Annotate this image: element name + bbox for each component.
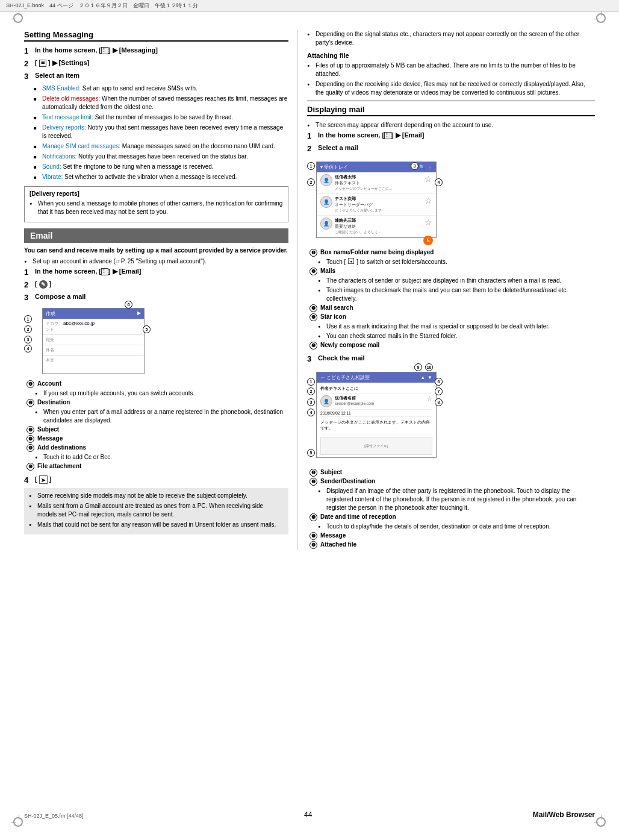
- ann-mails-title: Mails: [320, 268, 335, 274]
- mail-detail-wrapper: ← こども子さん相談室 ▲ ▼ 件名テキストここに 👤: [313, 369, 437, 460]
- mail-detail-up-icon: ▲: [420, 375, 425, 380]
- top-note-1: Depending on the signal status etc., cha…: [307, 30, 595, 47]
- settings-bullet-list: SMS Enabled: Set an app to send and rece…: [34, 84, 288, 181]
- display-step-3-text: Check the mail: [318, 354, 365, 362]
- mail-list-folder: ▾ 受信トレイ: [320, 164, 348, 171]
- compose-account-row: アカウント abc@xxx.co.jp: [43, 319, 144, 335]
- bullet-vibrate: Vibrate: Set whether to activate the vib…: [34, 173, 288, 181]
- display-step-2-text: Select a mail: [318, 144, 358, 151]
- mail-avatar-1: 👤: [320, 174, 332, 186]
- star-icon-1[interactable]: ☆: [425, 174, 432, 184]
- step-1-text: In the home screen, [⋮⋮] ▶ [Messaging]: [35, 46, 158, 54]
- mail-attachment-box: [添付ファイル]: [320, 437, 432, 455]
- detail-callout-3: 3: [307, 398, 315, 406]
- annotation-destination-detail: When you enter part of a mail address or…: [35, 408, 288, 425]
- ann-mails-item-1: The characters of sender or subject are …: [318, 277, 595, 285]
- annotation-add-dest-item: Touch it to add Cc or Bcc.: [35, 453, 288, 462]
- compose-header-title: 作成: [46, 310, 55, 317]
- attaching-file-section: Attaching file Files of up to approximat…: [307, 52, 595, 97]
- compose-subject-label: 件名: [46, 347, 61, 353]
- mail-subject-row: 件名テキストここに: [320, 385, 432, 393]
- compose-subject-row: 件名: [43, 345, 144, 356]
- mail-list-item-2[interactable]: 👤 テスト次郎 オートリーダーバグ どうぞよろしくお願いします ☆: [317, 194, 436, 216]
- page: SH-02J_E.book 44 ページ ２０１６年９月２日 金曜日 午後１２時…: [0, 0, 619, 840]
- step-3-number: 3: [24, 72, 33, 81]
- ann-mail-search: ❸ Mail search: [310, 304, 595, 312]
- ann-mails: ❷ Mails: [310, 268, 595, 275]
- callout-2: 2: [24, 325, 32, 333]
- star-icon-2[interactable]: ☆: [425, 196, 432, 205]
- step-2-text: [ ☰ ] ▶ [Settings]: [35, 59, 89, 67]
- mail-detail-sender-name: 送信者名前: [335, 395, 374, 401]
- top-bar: SH-02J_E.book 44 ページ ２０１６年９月２日 金曜日 午後１２時…: [0, 0, 619, 12]
- step-2: 2 [ ☰ ] ▶ [Settings]: [24, 59, 288, 68]
- email-intro: You can send and receive mails by settin…: [24, 246, 288, 255]
- ann-star-icon-item-2: You can check starred mails in the Starr…: [318, 332, 595, 340]
- email-step-4-text: [ ➤ ]: [35, 475, 51, 484]
- annotation-account-title: Account: [37, 380, 61, 387]
- email-section-header: Email: [24, 228, 288, 243]
- email-setup-item: Set up an account in advance (☞P. 25 "Se…: [24, 257, 288, 266]
- compose-header: 作成 ▶: [43, 309, 144, 319]
- detail-ann-badge-2: ❷: [310, 478, 317, 486]
- note-1: Some receiving side models may not be ab…: [29, 492, 284, 500]
- mail-detail-body: 件名テキストここに 👤 送信者名前 sender@example.com ☆: [317, 383, 436, 457]
- mail-content-3: 連絡先三郎 重要な連絡 ご確認ください。よろしく...: [335, 218, 422, 235]
- ann-badge-5: ❺: [310, 342, 317, 349]
- bullet-text-label: Text message limit:: [42, 114, 93, 121]
- corner-decoration-tl: [13, 13, 23, 23]
- annotation-add-dest-detail: Touch it to add Cc or Bcc.: [35, 453, 288, 462]
- detail-ann-badge-1: ❶: [310, 469, 317, 477]
- left-column: Setting Messaging 1 In the home screen, …: [24, 30, 298, 550]
- star-icon-3[interactable]: ☆: [425, 218, 432, 227]
- ann-star-icon-title: Star icon: [320, 313, 346, 320]
- detail-ann-sender-detail: Displayed if an image of the other party…: [318, 487, 595, 512]
- annotation-message-title: Message: [37, 435, 63, 442]
- delivery-reports-list: When you send a message to mobile phones…: [30, 199, 283, 216]
- mail-list-screen: ▾ 受信トレイ 🔍 ⋮ 👤 送信者太郎 件名テキスト メッセージのプレビューがこ…: [316, 161, 437, 238]
- note-3: Mails that could not be sent for any rea…: [29, 521, 284, 529]
- mail-subject-1: 件名テキスト: [335, 180, 422, 186]
- annotation-file-attach: ❻ File attachment: [26, 463, 288, 471]
- ann-box-name-detail: Touch [ ◂ ] to switch or set folders/acc…: [318, 258, 595, 266]
- bullet-delete-label: Delete old messages:: [42, 95, 100, 102]
- email-step-3: 3 Compose a mail: [24, 293, 288, 302]
- divider-1: [307, 101, 595, 101]
- mail-list-item-1[interactable]: 👤 送信者太郎 件名テキスト メッセージのプレビューがここに... ☆: [317, 172, 436, 194]
- compose-to-label: 宛先: [46, 337, 61, 343]
- mail-detail-message: メッセージの本文がここに表示されます。テキストの内容です。: [320, 420, 430, 430]
- mail-detail-down-icon: ▼: [428, 375, 432, 380]
- detail-ann-sender-title: Sender/Destination: [320, 478, 375, 484]
- annotation-badge-2: ❷: [26, 399, 34, 407]
- detail-ann-date: ❸ Date and time of reception: [310, 513, 595, 521]
- detail-ann-attached: ❺ Attached file: [310, 541, 595, 549]
- maillist-callout-1: 1: [307, 162, 315, 170]
- setting-messaging-title: Setting Messaging: [24, 30, 288, 42]
- mail-sender-3: 連絡先三郎: [335, 218, 422, 224]
- mail-avatar-2: 👤: [320, 196, 332, 208]
- detail-ann-message: ❹ Message: [310, 532, 595, 540]
- display-step-1: 1 In the home screen, [⋮⋮] ▶ [Email]: [307, 131, 595, 140]
- mail-detail-star-icon[interactable]: ☆: [427, 395, 432, 402]
- mail-detail-header-icons: ▲ ▼: [420, 375, 432, 380]
- detail-ann-message-title: Message: [320, 532, 346, 539]
- email-notes: Some receiving side models may not be ab…: [29, 492, 284, 529]
- detail-ann-attached-title: Attached file: [320, 541, 356, 548]
- mail-detail-subject: 件名テキストここに: [320, 386, 432, 392]
- mail-preview-3: ご確認ください。よろしく...: [335, 230, 422, 235]
- detail-callout-6: 6: [435, 378, 443, 386]
- mail-list-item-3[interactable]: 👤 連絡先三郎 重要な連絡 ご確認ください。よろしく... ☆: [317, 216, 436, 237]
- attaching-file-title: Attaching file: [307, 52, 595, 59]
- ann-new-compose: ❺ Newly compose mail: [310, 342, 595, 349]
- bullet-text-limit: Text message limit: Set the number of me…: [34, 113, 288, 122]
- mail-subject-2: オートリーダーバグ: [335, 202, 422, 208]
- ann-star-icon: ❹ Star icon: [310, 313, 595, 321]
- display-step-3-number: 3: [307, 354, 316, 363]
- mail-date-row: 2016/09/02 12:11: [320, 410, 432, 417]
- mail-message-row: メッセージの本文がここに表示されます。テキストの内容です。: [320, 417, 432, 434]
- email-step-1: 1 In the home screen, [⋮⋮] ▶ [Email]: [24, 268, 288, 277]
- compose-header-send: ▶: [137, 310, 141, 317]
- footer-file: SH-02J_E_05.fm [44/48]: [24, 813, 84, 819]
- display-step-1-text: In the home screen, [⋮⋮] ▶ [Email]: [318, 131, 424, 139]
- ann-box-name-item: Touch [ ◂ ] to switch or set folders/acc…: [318, 258, 595, 266]
